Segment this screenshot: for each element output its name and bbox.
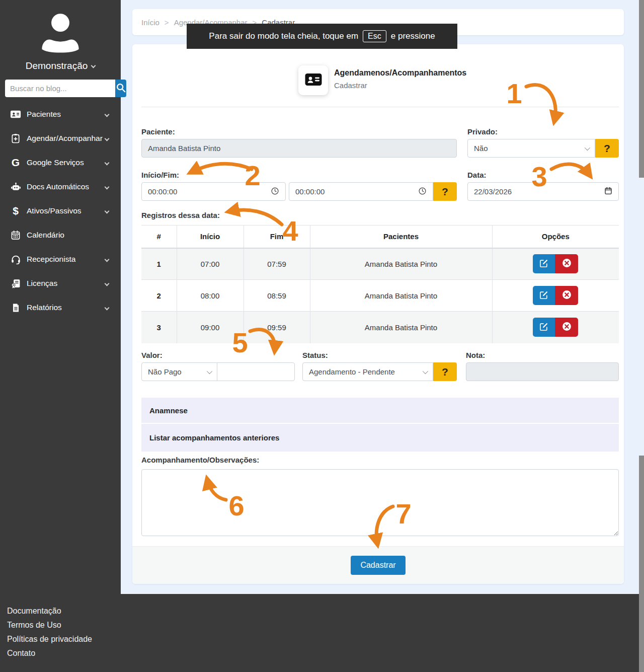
privado-help-button[interactable]: ? bbox=[595, 139, 619, 158]
footer-background bbox=[0, 594, 644, 672]
fim-time-value: 00:00:00 bbox=[295, 187, 418, 196]
accordion-label: Listar acompanhamentos anteriores bbox=[149, 433, 279, 442]
user-avatar-icon bbox=[35, 8, 86, 58]
table-row: 2 08:00 08:59 Amanda Batista Pinto bbox=[141, 280, 619, 312]
main-content: Início > Agendar/Acompanhar > Cadastrar … bbox=[121, 0, 639, 594]
status-help-button[interactable]: ? bbox=[433, 362, 457, 381]
row-fim: 07:59 bbox=[244, 248, 310, 280]
delete-button[interactable] bbox=[555, 286, 578, 305]
accordion-anamnese[interactable]: Anamnese bbox=[141, 398, 619, 423]
toast-text-before: Para sair do modo tela cheia, toque em bbox=[209, 31, 358, 41]
col-header-pacientes: Pacientes bbox=[310, 226, 492, 248]
footer-links: Documentação Termos de Uso Políticas de … bbox=[7, 604, 92, 660]
sidebar-item-ativos-passivos[interactable]: $ Ativos/Passivos bbox=[0, 199, 121, 223]
col-header-inicio: Início bbox=[177, 226, 244, 248]
times-circle-icon bbox=[561, 289, 572, 302]
dollar-icon: $ bbox=[10, 205, 21, 216]
status-select[interactable]: Agendamento - Pendente bbox=[302, 362, 433, 381]
footer-link-privacidade[interactable]: Políticas de privacidade bbox=[7, 632, 92, 646]
row-fim: 08:59 bbox=[244, 280, 310, 312]
clipboard-plus-icon bbox=[10, 133, 21, 144]
status-label: Status: bbox=[302, 351, 457, 359]
sidebar-item-licencas[interactable]: Licenças bbox=[0, 271, 121, 295]
data-input[interactable]: 22/03/2026 bbox=[467, 182, 619, 201]
breadcrumb-inicio[interactable]: Início bbox=[141, 18, 159, 27]
chevron-down-icon bbox=[105, 160, 110, 165]
times-circle-icon bbox=[561, 258, 572, 270]
sidebar-item-recepcionista[interactable]: Recepcionista bbox=[0, 247, 121, 271]
sidebar-item-label: Agendar/Acompanhar bbox=[27, 134, 105, 143]
chevron-down-icon bbox=[105, 136, 110, 141]
accordion-label: Anamnese bbox=[149, 406, 188, 415]
profile-menu[interactable]: Demonstração bbox=[0, 60, 121, 71]
data-label: Data: bbox=[467, 171, 619, 179]
calendar-icon bbox=[10, 230, 21, 241]
sidebar-item-label: Google Serviços bbox=[27, 158, 105, 167]
row-num: 3 bbox=[141, 312, 177, 343]
id-card-icon bbox=[10, 109, 21, 120]
sidebar-item-calendario[interactable]: Calendário bbox=[0, 223, 121, 247]
delete-button[interactable] bbox=[555, 254, 578, 273]
sidebar-item-google-servicos[interactable]: G Google Serviços bbox=[0, 151, 121, 175]
chevron-down-icon bbox=[91, 63, 96, 68]
footer-link-contato[interactable]: Contato bbox=[7, 646, 92, 660]
row-fim: 09:59 bbox=[244, 312, 310, 343]
valor-amount-input[interactable] bbox=[217, 362, 295, 381]
edit-pencil-icon bbox=[539, 290, 549, 302]
header-icon-card bbox=[298, 65, 328, 95]
breadcrumb-separator: > bbox=[165, 18, 169, 27]
id-card-icon bbox=[304, 70, 323, 91]
registros-label: Registros dessa data: bbox=[141, 211, 220, 219]
calendar-icon bbox=[604, 187, 612, 196]
col-header-fim: Fim bbox=[244, 226, 310, 248]
sidebar: Demonstração Pacientes Agendar/Acompanha… bbox=[0, 0, 121, 594]
google-icon: G bbox=[10, 157, 21, 168]
sidebar-item-label: Licenças bbox=[27, 279, 105, 288]
chevron-down-icon bbox=[105, 208, 110, 213]
edit-button[interactable] bbox=[533, 254, 555, 273]
valor-select[interactable]: Não Pago bbox=[141, 362, 217, 381]
table-row: 3 09:00 09:59 Amanda Batista Pinto bbox=[141, 312, 619, 343]
form-card: Agendamenos/Acompanhamentos Cadastrar Pa… bbox=[132, 44, 624, 584]
row-num: 1 bbox=[141, 248, 177, 280]
footer-link-termos[interactable]: Termos de Uso bbox=[7, 618, 92, 632]
privado-value: Não bbox=[474, 144, 585, 153]
paciente-input: Amanda Batista Pinto bbox=[141, 139, 457, 158]
sidebar-item-label: Ativos/Passivos bbox=[27, 206, 105, 215]
privado-select[interactable]: Não bbox=[467, 139, 595, 158]
chevron-down-icon bbox=[207, 368, 212, 374]
observacoes-textarea[interactable] bbox=[141, 469, 619, 536]
sidebar-item-relatorios[interactable]: Relatórios bbox=[0, 295, 121, 320]
sidebar-item-agendar-acompanhar[interactable]: Agendar/Acompanhar bbox=[0, 126, 121, 151]
fim-time-input[interactable]: 00:00:00 bbox=[289, 182, 433, 201]
scrollbar-thumb[interactable] bbox=[639, 0, 644, 178]
card-footer: Cadastrar bbox=[132, 546, 624, 584]
search-button[interactable] bbox=[115, 80, 126, 97]
sidebar-item-docs-automaticos[interactable]: Docs Automáticos bbox=[0, 175, 121, 199]
inicio-fim-help-button[interactable]: ? bbox=[433, 182, 457, 201]
inicio-time-input[interactable]: 00:00:00 bbox=[141, 182, 286, 201]
scrollbar-thumb[interactable] bbox=[639, 456, 644, 672]
search-input[interactable] bbox=[5, 80, 115, 97]
valor-label: Valor: bbox=[141, 351, 295, 359]
profile-name: Demonstração bbox=[26, 60, 88, 71]
data-value: 22/03/2026 bbox=[474, 187, 604, 196]
divider bbox=[141, 107, 619, 107]
col-header-num: # bbox=[141, 226, 177, 248]
edit-button[interactable] bbox=[533, 318, 555, 337]
chevron-down-icon bbox=[585, 144, 590, 150]
sidebar-item-pacientes[interactable]: Pacientes bbox=[0, 102, 121, 126]
accordion-listar-acompanhamentos[interactable]: Listar acompanhamentos anteriores bbox=[141, 424, 619, 452]
privado-label: Privado: bbox=[467, 127, 619, 136]
cadastrar-button[interactable]: Cadastrar bbox=[351, 556, 405, 575]
footer-link-documentacao[interactable]: Documentação bbox=[7, 604, 92, 618]
paciente-label: Paciente: bbox=[141, 127, 457, 136]
chevron-down-icon bbox=[105, 281, 110, 286]
nota-input bbox=[466, 362, 619, 381]
delete-button[interactable] bbox=[555, 318, 578, 337]
row-paciente: Amanda Batista Pinto bbox=[310, 312, 492, 343]
esc-key-badge: Esc bbox=[363, 30, 386, 42]
clock-icon bbox=[271, 187, 279, 197]
edit-button[interactable] bbox=[533, 286, 555, 305]
search-bar bbox=[5, 80, 116, 97]
